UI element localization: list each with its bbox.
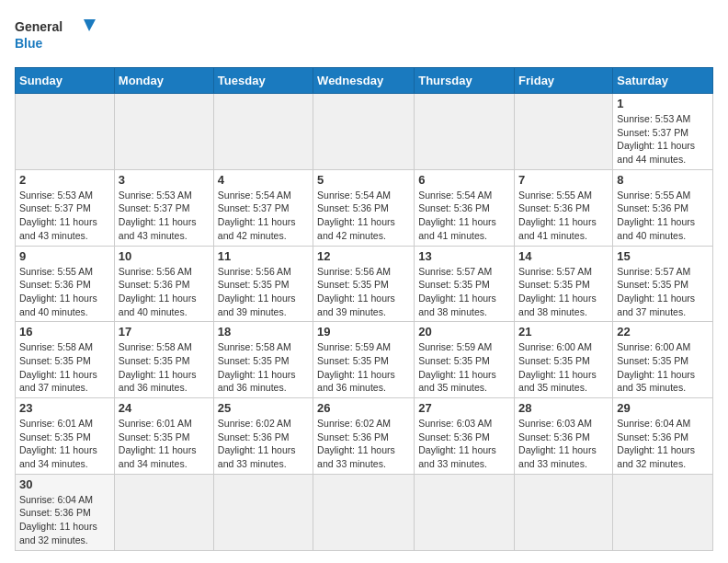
day-info: Sunrise: 6:00 AM Sunset: 5:35 PM Dayligh… <box>617 340 709 395</box>
calendar-cell: 4Sunrise: 5:54 AM Sunset: 5:37 PM Daylig… <box>213 169 313 246</box>
calendar-cell: 20Sunrise: 5:59 AM Sunset: 5:35 PM Dayli… <box>415 322 515 398</box>
calendar-cell: 16Sunrise: 5:58 AM Sunset: 5:35 PM Dayli… <box>16 322 115 398</box>
calendar-cell: 26Sunrise: 6:02 AM Sunset: 5:36 PM Dayli… <box>313 398 415 475</box>
day-number: 26 <box>317 401 410 415</box>
day-info: Sunrise: 5:56 AM Sunset: 5:35 PM Dayligh… <box>218 265 309 319</box>
day-info: Sunrise: 5:55 AM Sunset: 5:36 PM Dayligh… <box>19 265 110 319</box>
calendar-cell: 28Sunrise: 6:03 AM Sunset: 5:36 PM Dayli… <box>515 398 613 475</box>
day-info: Sunrise: 6:01 AM Sunset: 5:35 PM Dayligh… <box>119 417 210 471</box>
day-number: 30 <box>19 477 110 491</box>
calendar-cell: 18Sunrise: 5:58 AM Sunset: 5:35 PM Dayli… <box>213 322 313 398</box>
calendar-cell: 30Sunrise: 6:04 AM Sunset: 5:36 PM Dayli… <box>16 474 115 550</box>
calendar-cell: 24Sunrise: 6:01 AM Sunset: 5:35 PM Dayli… <box>114 398 213 475</box>
day-number: 27 <box>418 401 510 415</box>
svg-text:Blue: Blue <box>15 36 43 51</box>
calendar-cell: 9Sunrise: 5:55 AM Sunset: 5:36 PM Daylig… <box>16 246 115 322</box>
day-info: Sunrise: 5:53 AM Sunset: 5:37 PM Dayligh… <box>617 112 709 167</box>
calendar-cell: 23Sunrise: 6:01 AM Sunset: 5:35 PM Dayli… <box>16 398 115 475</box>
day-number: 15 <box>617 249 709 263</box>
day-number: 22 <box>617 325 709 339</box>
logo-svg: General Blue <box>15 15 97 56</box>
logo: General Blue <box>15 15 97 56</box>
day-number: 3 <box>119 173 210 187</box>
calendar-cell: 19Sunrise: 5:59 AM Sunset: 5:35 PM Dayli… <box>313 322 415 398</box>
col-header-wednesday: Wednesday <box>313 68 415 94</box>
day-info: Sunrise: 5:56 AM Sunset: 5:35 PM Dayligh… <box>317 265 410 319</box>
calendar-cell: 29Sunrise: 6:04 AM Sunset: 5:36 PM Dayli… <box>613 398 713 475</box>
day-info: Sunrise: 5:53 AM Sunset: 5:37 PM Dayligh… <box>119 189 210 243</box>
svg-marker-2 <box>84 19 96 31</box>
calendar-cell <box>313 94 415 170</box>
calendar-cell <box>415 474 515 550</box>
day-info: Sunrise: 6:03 AM Sunset: 5:36 PM Dayligh… <box>518 417 609 471</box>
header: General Blue <box>15 15 713 56</box>
calendar-cell: 3Sunrise: 5:53 AM Sunset: 5:37 PM Daylig… <box>114 169 213 246</box>
day-number: 23 <box>19 401 110 415</box>
day-info: Sunrise: 6:04 AM Sunset: 5:36 PM Dayligh… <box>19 493 110 547</box>
calendar-cell: 1Sunrise: 5:53 AM Sunset: 5:37 PM Daylig… <box>613 94 713 170</box>
day-number: 9 <box>19 249 110 263</box>
day-number: 2 <box>19 173 110 187</box>
calendar-cell: 11Sunrise: 5:56 AM Sunset: 5:35 PM Dayli… <box>213 246 313 322</box>
calendar-cell: 13Sunrise: 5:57 AM Sunset: 5:35 PM Dayli… <box>415 246 515 322</box>
day-number: 25 <box>218 401 309 415</box>
day-info: Sunrise: 5:57 AM Sunset: 5:35 PM Dayligh… <box>418 265 510 319</box>
calendar-cell: 14Sunrise: 5:57 AM Sunset: 5:35 PM Dayli… <box>515 246 613 322</box>
calendar-cell: 22Sunrise: 6:00 AM Sunset: 5:35 PM Dayli… <box>613 322 713 398</box>
col-header-sunday: Sunday <box>16 68 115 94</box>
day-info: Sunrise: 5:57 AM Sunset: 5:35 PM Dayligh… <box>518 265 609 319</box>
calendar-cell: 5Sunrise: 5:54 AM Sunset: 5:36 PM Daylig… <box>313 169 415 246</box>
day-info: Sunrise: 6:00 AM Sunset: 5:35 PM Dayligh… <box>518 340 609 395</box>
calendar-cell <box>114 94 213 170</box>
day-number: 21 <box>518 325 609 339</box>
calendar-table: SundayMondayTuesdayWednesdayThursdayFrid… <box>15 67 713 551</box>
calendar-cell <box>213 94 313 170</box>
calendar-cell: 25Sunrise: 6:02 AM Sunset: 5:36 PM Dayli… <box>213 398 313 475</box>
day-number: 29 <box>617 401 709 415</box>
calendar-cell: 17Sunrise: 5:58 AM Sunset: 5:35 PM Dayli… <box>114 322 213 398</box>
day-number: 6 <box>418 173 510 187</box>
calendar-cell: 10Sunrise: 5:56 AM Sunset: 5:36 PM Dayli… <box>114 246 213 322</box>
calendar-cell <box>613 474 713 550</box>
day-number: 5 <box>317 173 410 187</box>
calendar-cell <box>515 94 613 170</box>
calendar-week-row: 30Sunrise: 6:04 AM Sunset: 5:36 PM Dayli… <box>16 474 713 550</box>
calendar-cell: 21Sunrise: 6:00 AM Sunset: 5:35 PM Dayli… <box>515 322 613 398</box>
calendar-week-row: 16Sunrise: 5:58 AM Sunset: 5:35 PM Dayli… <box>16 322 713 398</box>
day-info: Sunrise: 5:58 AM Sunset: 5:35 PM Dayligh… <box>218 340 309 395</box>
day-number: 19 <box>317 325 410 339</box>
day-info: Sunrise: 5:59 AM Sunset: 5:35 PM Dayligh… <box>317 340 410 395</box>
calendar-week-row: 1Sunrise: 5:53 AM Sunset: 5:37 PM Daylig… <box>16 94 713 170</box>
day-info: Sunrise: 5:57 AM Sunset: 5:35 PM Dayligh… <box>617 265 709 319</box>
calendar-week-row: 9Sunrise: 5:55 AM Sunset: 5:36 PM Daylig… <box>16 246 713 322</box>
day-number: 20 <box>418 325 510 339</box>
day-info: Sunrise: 5:54 AM Sunset: 5:36 PM Dayligh… <box>418 189 510 243</box>
day-number: 18 <box>218 325 309 339</box>
calendar-cell: 27Sunrise: 6:03 AM Sunset: 5:36 PM Dayli… <box>415 398 515 475</box>
day-info: Sunrise: 5:58 AM Sunset: 5:35 PM Dayligh… <box>119 340 210 395</box>
calendar-cell: 12Sunrise: 5:56 AM Sunset: 5:35 PM Dayli… <box>313 246 415 322</box>
day-number: 17 <box>119 325 210 339</box>
col-header-tuesday: Tuesday <box>213 68 313 94</box>
calendar-cell <box>114 474 213 550</box>
col-header-friday: Friday <box>515 68 613 94</box>
calendar-cell <box>515 474 613 550</box>
day-number: 4 <box>218 173 309 187</box>
day-info: Sunrise: 6:02 AM Sunset: 5:36 PM Dayligh… <box>317 417 410 471</box>
day-number: 24 <box>119 401 210 415</box>
day-number: 13 <box>418 249 510 263</box>
day-info: Sunrise: 6:03 AM Sunset: 5:36 PM Dayligh… <box>418 417 510 471</box>
calendar-week-row: 2Sunrise: 5:53 AM Sunset: 5:37 PM Daylig… <box>16 169 713 246</box>
col-header-saturday: Saturday <box>613 68 713 94</box>
day-info: Sunrise: 6:01 AM Sunset: 5:35 PM Dayligh… <box>19 417 110 471</box>
day-info: Sunrise: 6:04 AM Sunset: 5:36 PM Dayligh… <box>617 417 709 471</box>
calendar-cell: 7Sunrise: 5:55 AM Sunset: 5:36 PM Daylig… <box>515 169 613 246</box>
day-number: 10 <box>119 249 210 263</box>
day-info: Sunrise: 5:54 AM Sunset: 5:36 PM Dayligh… <box>317 189 410 243</box>
day-number: 1 <box>617 97 709 110</box>
day-info: Sunrise: 5:59 AM Sunset: 5:35 PM Dayligh… <box>418 340 510 395</box>
calendar-cell <box>16 94 115 170</box>
day-number: 28 <box>518 401 609 415</box>
day-number: 14 <box>518 249 609 263</box>
svg-text:General: General <box>15 19 63 34</box>
